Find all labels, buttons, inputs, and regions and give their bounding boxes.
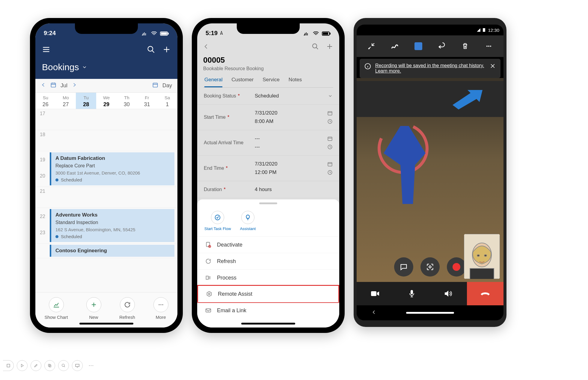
color-selected-icon[interactable] — [412, 40, 424, 52]
refresh-button[interactable]: Refresh — [119, 297, 135, 320]
learn-more-link[interactable]: Learn more. — [375, 68, 401, 73]
svg-point-28 — [488, 46, 489, 47]
speaker-button[interactable] — [430, 282, 467, 305]
phone-booking-detail: 5:19 00005 Bookable Resource Booking Gen… — [192, 18, 345, 333]
day-col[interactable]: Fr31 — [137, 93, 157, 109]
booking-event[interactable]: Adventure Works Standard Inspection 162 … — [50, 209, 174, 242]
status-icons — [141, 30, 169, 37]
booking-event[interactable]: Contoso Engineering — [50, 245, 174, 257]
view-label[interactable]: Day — [162, 82, 172, 89]
svg-point-8 — [162, 304, 163, 305]
svg-rect-36 — [470, 268, 494, 279]
svg-point-7 — [160, 304, 161, 305]
collapse-icon[interactable] — [365, 40, 377, 52]
recording-banner: Recording will be saved in the meeting c… — [360, 59, 500, 78]
month-label: Jul — [61, 82, 67, 89]
svg-point-29 — [490, 46, 491, 47]
email-link-item[interactable]: Email a Link — [197, 302, 339, 319]
bottom-toolbar: Show Chart New Refresh More — [35, 292, 177, 328]
android-nav-bar — [357, 305, 503, 320]
picture-in-picture[interactable] — [464, 234, 500, 279]
svg-rect-2 — [168, 33, 169, 34]
svg-point-26 — [368, 48, 370, 49]
svg-point-46 — [93, 365, 94, 366]
schedule-view[interactable]: 17 18 1920 A Datum Fabrication Replace C… — [35, 109, 177, 292]
info-icon — [364, 63, 371, 70]
remote-assist-item[interactable]: Remote Assist — [197, 285, 339, 303]
ar-toolbar — [357, 35, 503, 57]
svg-rect-43 — [76, 364, 79, 367]
show-chart-button[interactable]: Show Chart — [44, 297, 68, 320]
process-item[interactable]: Process — [197, 269, 339, 286]
week-row: Su26 Mo27 Tu28 We29 Th30 Fr31 Sa1 — [35, 93, 177, 109]
prev-arrow-icon[interactable] — [41, 82, 46, 89]
day-col[interactable]: Mo27 — [56, 93, 76, 109]
svg-rect-24 — [206, 309, 211, 312]
deactivate-item[interactable]: Deactivate — [197, 236, 339, 253]
status-badge: Scheduled — [55, 177, 170, 182]
more-doc-icon[interactable] — [86, 360, 97, 371]
screen-icon[interactable] — [72, 360, 83, 371]
doc-toolbar — [3, 360, 97, 371]
svg-rect-5 — [153, 83, 157, 87]
refresh-item[interactable]: Refresh — [197, 253, 339, 269]
svg-point-27 — [486, 46, 488, 47]
start-task-flow-button[interactable]: Start Task Flow — [204, 211, 231, 231]
close-icon[interactable] — [490, 63, 496, 70]
android-status-bar: 12:30 — [357, 25, 503, 35]
back-nav-icon[interactable] — [372, 310, 376, 316]
draw-icon[interactable] — [389, 40, 401, 52]
search-icon[interactable] — [147, 45, 155, 55]
page-title[interactable]: Bookings — [42, 62, 171, 72]
ar-video-feed[interactable] — [357, 78, 503, 282]
status-badge: Scheduled — [55, 234, 170, 239]
svg-rect-22 — [206, 276, 208, 280]
svg-rect-37 — [371, 291, 376, 296]
plus-icon[interactable] — [162, 45, 171, 55]
calendar-icon[interactable] — [50, 82, 56, 89]
day-col-selected[interactable]: Tu28 — [76, 93, 96, 109]
undo-icon[interactable] — [436, 40, 448, 52]
booking-event[interactable]: A Datum Fabrication Replace Core Part 30… — [50, 152, 174, 185]
home-pill[interactable] — [406, 312, 454, 314]
copy-icon[interactable] — [44, 360, 55, 371]
hamburger-icon[interactable] — [42, 45, 50, 55]
clock: 9:24 — [44, 30, 56, 37]
svg-rect-25 — [483, 28, 485, 32]
more-icon[interactable] — [483, 40, 495, 52]
day-col[interactable]: We29 — [96, 93, 117, 109]
record-button[interactable] — [447, 257, 466, 277]
phone-remote-assist-call: 12:30 Recording will be saved in the mee… — [354, 18, 506, 327]
video-toggle-button[interactable] — [357, 282, 393, 305]
next-arrow-icon[interactable] — [72, 82, 77, 89]
svg-rect-38 — [411, 290, 413, 294]
day-col[interactable]: Th30 — [117, 93, 137, 109]
capture-button[interactable] — [420, 257, 440, 277]
zoom-icon[interactable] — [58, 360, 69, 371]
calendar-icon — [152, 82, 158, 89]
calendar-nav-bar: Jul Day — [35, 79, 177, 93]
trash-icon[interactable] — [459, 40, 471, 52]
new-button[interactable]: New — [86, 297, 101, 320]
svg-point-35 — [484, 255, 487, 256]
assistant-button[interactable]: Assistant — [240, 211, 256, 231]
edit-icon[interactable] — [31, 360, 41, 371]
play-icon[interactable] — [17, 360, 28, 371]
arrow-annotation — [450, 87, 486, 111]
hangup-button[interactable] — [467, 282, 504, 305]
svg-rect-39 — [7, 364, 10, 367]
svg-point-45 — [91, 365, 92, 366]
svg-point-31 — [429, 266, 431, 268]
svg-rect-1 — [161, 32, 167, 35]
svg-point-42 — [62, 364, 64, 367]
mic-toggle-button[interactable] — [393, 282, 430, 305]
chat-button[interactable] — [394, 257, 413, 277]
svg-point-23 — [208, 293, 210, 295]
svg-point-3 — [148, 46, 153, 51]
drag-handle[interactable] — [259, 202, 277, 204]
more-button[interactable]: More — [153, 297, 168, 320]
doc-btn[interactable] — [3, 360, 14, 371]
svg-rect-4 — [51, 83, 56, 87]
day-col[interactable]: Sa1 — [157, 93, 177, 109]
day-col[interactable]: Su26 — [35, 93, 56, 109]
